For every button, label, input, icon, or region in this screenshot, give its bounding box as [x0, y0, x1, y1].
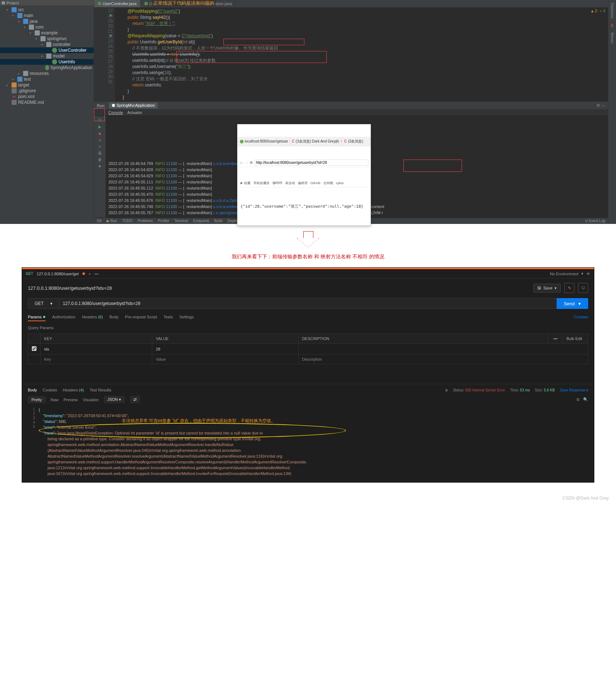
method-select[interactable]: GET▾ — [28, 298, 59, 309]
browser-tab[interactable]: C(3条消息) Dark And Grey的× — [290, 137, 342, 146]
browser-tab[interactable]: ⬤localhost:8080/user/getuse× — [238, 137, 290, 146]
help-icon[interactable]: ★ — [98, 164, 102, 169]
status-item[interactable]: Profiler — [158, 219, 170, 223]
tree-item[interactable]: UserInfo — [0, 59, 94, 65]
project-header[interactable]: ▦ Project — [0, 0, 94, 5]
tree-item[interactable]: mpom.xml — [0, 94, 94, 99]
code-content[interactable]: @PostMapping(©"/sayhi2") public String s… — [115, 8, 281, 101]
print-icon[interactable]: 🖶 — [98, 151, 102, 155]
file-tree[interactable]: ▾src▾main▾java▾com▾example▾springmvc▾con… — [0, 5, 94, 107]
table-row[interactable]: ids 28 — [28, 344, 588, 355]
tree-item[interactable]: ▾main — [0, 13, 94, 18]
bulk-edit[interactable]: Bulk Edit — [563, 334, 588, 344]
visualize-view[interactable]: Visualize — [83, 398, 99, 402]
value-placeholder[interactable]: Value — [152, 355, 298, 364]
tree-item[interactable]: ▾model — [0, 53, 94, 59]
eye-icon[interactable]: 👁 — [586, 272, 590, 276]
bookmarks-bar[interactable]: ★ 收藏 手机收藏夹聊哔哔商业动编程语GitHub比特教cplus — [238, 179, 371, 187]
run-sub-tabs[interactable]: Console Actuator 正常情况下代码是没有问题的 — [94, 109, 608, 116]
tree-item[interactable]: SpringMvcApplication — [0, 65, 94, 71]
prereq-tab[interactable]: Pre-request Script — [125, 315, 157, 321]
cookies-link[interactable]: Cookies — [574, 315, 588, 321]
database-tab[interactable]: Database — [610, 3, 614, 18]
status-item[interactable]: Problems — [138, 219, 153, 223]
browser-tab[interactable]: C(3条消息) — [342, 137, 371, 146]
console-tab[interactable]: Console — [108, 110, 123, 115]
param-key[interactable]: ids — [40, 344, 152, 355]
status-item[interactable]: Git — [97, 219, 102, 223]
comment-icon[interactable]: 🗨 — [578, 283, 588, 293]
send-button[interactable]: Send▾ — [557, 298, 588, 309]
search-icon[interactable]: 🔍 — [583, 397, 588, 402]
tree-item[interactable]: ▾controller — [0, 42, 94, 47]
copy-icon[interactable]: ⧉ — [577, 397, 579, 402]
save-response[interactable]: Save Response ▾ — [560, 388, 588, 392]
editor-tab[interactable]: UserController.java — [94, 0, 141, 7]
layout-icon[interactable]: ≡ — [99, 144, 101, 149]
desc-placeholder[interactable]: Description — [298, 355, 588, 364]
tree-item[interactable]: ▸test — [0, 76, 94, 82]
stop-icon[interactable]: ■ — [99, 131, 101, 136]
preview-view[interactable]: Preview — [64, 398, 78, 402]
back-icon[interactable]: ← — [240, 160, 243, 166]
environment-selector[interactable]: No Environment▾ 👁 — [550, 271, 590, 276]
settings-tab[interactable]: Settings — [179, 315, 194, 321]
right-sidebar[interactable]: Database m Maven — [608, 0, 616, 224]
auth-tab[interactable]: Authorization — [52, 315, 75, 321]
param-value[interactable]: 28 — [152, 344, 298, 355]
tree-item[interactable]: ▾example — [0, 30, 94, 36]
tree-item[interactable]: .gitignore — [0, 88, 94, 94]
tree-item[interactable]: ▾java — [0, 18, 94, 24]
json-text[interactable]: { "timestamp": "2022-07-26T08:50:41.674+… — [39, 407, 307, 476]
tree-item[interactable]: UserController — [0, 47, 94, 53]
tree-item[interactable]: ▸target — [0, 82, 94, 88]
event-log[interactable]: ⊙ Event Log — [585, 219, 605, 223]
url-field[interactable]: 127.0.0.1:8080/user/getuserbyid?ids=28 — [59, 298, 557, 309]
tree-item[interactable]: ▾src — [0, 7, 94, 13]
resp-cookies-tab[interactable]: Cookies — [43, 388, 57, 392]
resp-tests-tab[interactable]: Test Results — [90, 388, 111, 392]
param-desc[interactable] — [298, 344, 588, 355]
tests-tab[interactable]: Tests — [163, 315, 173, 321]
status-item[interactable]: ▶ Run — [107, 219, 117, 223]
params-table[interactable]: KEY VALUE DESCRIPTION ••• Bulk Edit ids … — [28, 334, 588, 364]
request-title[interactable]: 127.0.0.1:8080/user/getuserbyid?ids=28 — [28, 285, 112, 291]
maven-tab[interactable]: Maven — [610, 33, 614, 43]
key-placeholder[interactable]: Key — [40, 355, 152, 364]
resp-body-tab[interactable]: Body — [28, 388, 37, 392]
status-item[interactable]: TODO — [122, 219, 133, 223]
tree-item[interactable]: ▸resources — [0, 71, 94, 76]
format-select[interactable]: JSON ▾ — [104, 396, 125, 403]
resp-headers-tab[interactable]: Headers (4) — [63, 388, 84, 392]
tree-item[interactable]: ▾springmvc — [0, 36, 94, 42]
raw-view[interactable]: Raw — [51, 398, 59, 402]
table-row-empty[interactable]: Key Value Description — [28, 355, 588, 364]
run-icon[interactable]: ▶ — [98, 124, 101, 129]
reload-icon[interactable]: ⟳ — [250, 160, 253, 166]
view-options[interactable]: Pretty Raw Preview Visualize JSON ▾ ⇄ ⧉🔍 — [28, 392, 588, 407]
console-output[interactable]: ⬤localhost:8080/user/getuse× C(3条消息) Dar… — [106, 116, 608, 217]
response-tabs[interactable]: Body Cookies Headers (4) Test Results ⊕ … — [28, 388, 588, 392]
rerun-icon[interactable]: ↻ — [98, 118, 102, 122]
trash-icon[interactable]: 🗑 — [98, 157, 102, 162]
run-config-tab[interactable]: ⬢ SpringMvcApplication — [109, 102, 158, 109]
more-icon[interactable]: ••• — [94, 272, 99, 276]
params-tab[interactable]: Params ● — [28, 315, 46, 321]
code-editor[interactable]: ▲ 2 ✓ 4 17▶18192021▶22232425262728293031… — [94, 8, 608, 101]
actuator-tab[interactable]: Actuator — [127, 110, 142, 115]
request-tab[interactable]: 127.0.0.1:8080/user/get — [37, 272, 79, 276]
response-body[interactable]: 12345 { "timestamp": "2022-07-26T08:50:4… — [28, 407, 588, 476]
tree-item[interactable]: ▾com — [0, 24, 94, 30]
exit-icon[interactable]: ⎋ — [99, 138, 101, 142]
browser-tabs[interactable]: ⬤localhost:8080/user/getuse× C(3条消息) Dar… — [238, 137, 371, 146]
status-item[interactable]: Terminal — [175, 219, 188, 223]
save-button[interactable]: 🖫 Save ▾ — [533, 284, 561, 293]
pretty-view[interactable]: Pretty — [28, 396, 46, 403]
wrap-icon[interactable]: ⇄ — [130, 396, 140, 403]
request-tabs[interactable]: Params ● Authorization Headers (6) Body … — [28, 313, 588, 323]
tree-item[interactable]: README.md — [0, 99, 94, 105]
gear-icon[interactable]: ⚙ — — [596, 103, 605, 108]
status-item[interactable]: Build — [214, 219, 222, 223]
body-tab[interactable]: Body — [110, 315, 119, 321]
new-tab-icon[interactable]: + — [89, 272, 91, 276]
